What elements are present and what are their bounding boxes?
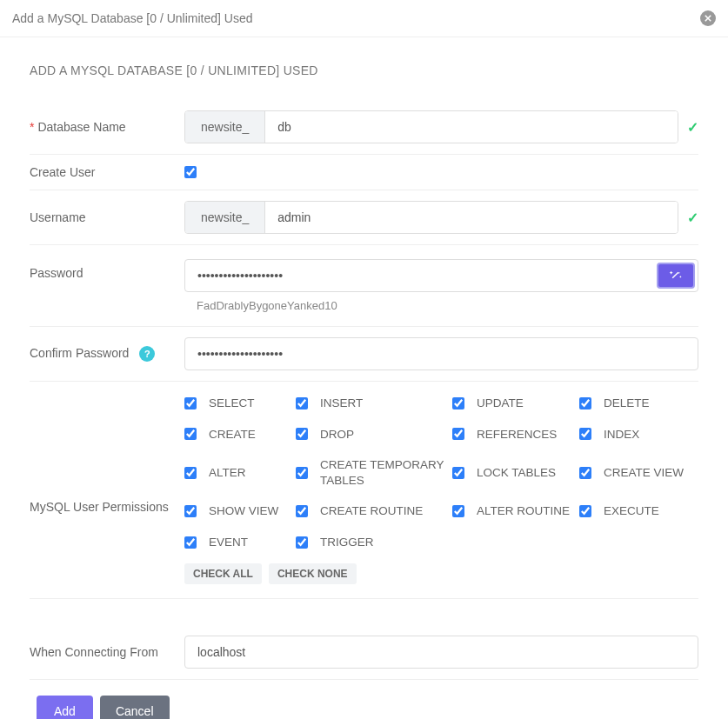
window-title: Add a MySQL Database [0 / Unlimited] Use… [12,11,253,25]
permission-checkbox[interactable] [579,428,591,440]
permission-label: CREATE VIEW [604,465,684,481]
check-all-button[interactable]: CHECK ALL [184,563,262,584]
password-plain-text: FadDrablyBygoneYanked10 [184,299,698,312]
permission-checkbox[interactable] [452,505,464,517]
permission-checkbox[interactable] [296,505,308,517]
permission-label: SHOW VIEW [209,503,278,519]
permission-update[interactable]: UPDATE [452,396,572,411]
permission-index[interactable]: INDEX [579,427,698,443]
username-input[interactable] [265,202,678,233]
check-icon: ✓ [687,119,698,136]
permission-execute[interactable]: EXECUTE [579,503,698,519]
permission-label: TRIGGER [320,535,374,550]
permission-label: INDEX [604,427,639,443]
permission-label: DELETE [604,396,650,411]
permission-delete[interactable]: DELETE [579,396,698,411]
label-create-user: Create User [30,165,184,179]
generate-password-button[interactable] [657,263,695,289]
row-connecting-from: When Connecting From [30,625,698,680]
label-confirm-password: Confirm Password ? [30,346,184,362]
permission-checkbox[interactable] [184,397,197,409]
permission-label: EVENT [209,535,248,550]
permission-label: ALTER [209,465,246,481]
row-create-user: Create User [30,155,698,190]
label-database-name: *Database Name [30,120,184,134]
permission-checkbox[interactable] [452,397,464,409]
label-permissions: MySQL User Permissions [30,396,184,514]
username-prefix: newsite_ [185,202,265,233]
permission-references[interactable]: REFERENCES [452,427,572,443]
permission-checkbox[interactable] [184,467,197,479]
row-confirm-password: Confirm Password ? [30,327,698,382]
row-username: Username newsite_ ✓ [30,190,698,245]
permission-checkbox[interactable] [452,428,464,440]
close-button[interactable] [700,10,716,26]
password-input[interactable] [184,259,698,292]
permission-checkbox[interactable] [579,467,591,479]
permission-create-view[interactable]: CREATE VIEW [579,457,698,488]
permission-checkbox[interactable] [579,505,591,517]
permission-alter[interactable]: ALTER [184,457,289,488]
permission-lock-tables[interactable]: LOCK TABLES [452,457,572,488]
close-icon [705,15,711,22]
check-icon: ✓ [687,210,698,226]
permission-checkbox[interactable] [184,505,197,517]
label-password: Password [30,259,184,280]
add-button[interactable]: Add [37,696,93,719]
row-database-name: *Database Name newsite_ ✓ [30,100,698,155]
permission-checkbox[interactable] [296,397,308,409]
permission-label: EXECUTE [604,503,659,519]
permission-create[interactable]: CREATE [184,427,289,443]
label-connecting-from: When Connecting From [30,645,184,659]
permission-checkbox[interactable] [452,467,464,479]
cancel-button[interactable]: Cancel [100,696,170,719]
permission-checkbox[interactable] [296,536,308,549]
permission-trigger[interactable]: TRIGGER [296,535,445,550]
permission-checkbox[interactable] [296,467,308,479]
connecting-from-input[interactable] [184,636,698,669]
permission-create-temporary-tables[interactable]: CREATE TEMPORARY TABLES [296,457,445,488]
permission-event[interactable]: EVENT [184,535,289,550]
permission-label: UPDATE [477,396,524,411]
confirm-password-input[interactable] [184,337,698,370]
db-name-input[interactable] [265,111,678,143]
permission-alter-routine[interactable]: ALTER ROUTINE [452,503,572,519]
row-password: Password FadDrablyBygoneYanked10 [30,245,698,327]
permission-label: CREATE TEMPORARY TABLES [320,457,445,488]
db-name-prefix: newsite_ [185,111,265,143]
permission-label: CREATE [209,427,256,443]
permission-label: INSERT [320,396,363,411]
permission-label: DROP [320,427,354,443]
check-none-button[interactable]: CHECK NONE [269,563,357,584]
permission-checkbox[interactable] [579,397,591,409]
titlebar: Add a MySQL Database [0 / Unlimited] Use… [0,0,728,37]
permission-checkbox[interactable] [296,428,308,440]
permission-insert[interactable]: INSERT [296,396,445,411]
permission-label: LOCK TABLES [477,465,556,481]
permission-create-routine[interactable]: CREATE ROUTINE [296,503,445,519]
permission-label: REFERENCES [477,427,557,443]
permission-label: ALTER ROUTINE [477,503,570,519]
permission-drop[interactable]: DROP [296,427,445,443]
help-icon[interactable]: ? [139,346,155,362]
permission-label: CREATE ROUTINE [320,503,423,519]
permission-select[interactable]: SELECT [184,396,289,411]
magic-wand-icon [669,269,683,283]
permission-checkbox[interactable] [184,536,197,549]
permission-show-view[interactable]: SHOW VIEW [184,503,289,519]
label-username: Username [30,210,184,224]
create-user-checkbox[interactable] [184,166,197,178]
row-permissions: MySQL User Permissions SELECTINSERTUPDAT… [30,382,698,599]
permission-checkbox[interactable] [184,428,197,440]
section-title: ADD A MYSQL DATABASE [0 / UNLIMITED] USE… [30,63,698,77]
permissions-grid: SELECTINSERTUPDATEDELETECREATEDROPREFERE… [184,396,698,549]
permission-label: SELECT [209,396,255,411]
